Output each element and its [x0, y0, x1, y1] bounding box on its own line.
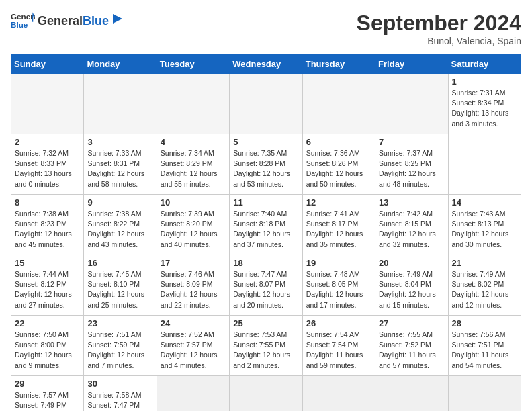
day-number: 19: [306, 258, 371, 268]
logo-arrow-icon: [110, 13, 122, 25]
calendar-cell: 17 Sunrise: 7:46 AMSunset: 8:09 PMDaylig…: [157, 255, 229, 316]
calendar-cell: [230, 376, 302, 412]
calendar-table: Sunday Monday Tuesday Wednesday Thursday…: [11, 54, 521, 411]
calendar-cell: 26 Sunrise: 7:54 AMSunset: 7:54 PMDaylig…: [302, 316, 375, 376]
day-number: 9: [87, 197, 152, 208]
day-info: Sunrise: 7:53 AMSunset: 7:55 PMDaylight:…: [233, 330, 298, 371]
calendar-cell: [157, 376, 229, 412]
location: Bunol, Valencia, Spain: [357, 36, 521, 46]
calendar-cell: 9 Sunrise: 7:38 AMSunset: 8:22 PMDayligh…: [84, 195, 157, 255]
day-number: 25: [233, 318, 298, 328]
day-number: 5: [233, 137, 298, 147]
col-wednesday: Wednesday: [230, 55, 302, 74]
svg-text:Blue: Blue: [11, 20, 28, 29]
calendar-cell: 7 Sunrise: 7:37 AMSunset: 8:25 PMDayligh…: [375, 134, 448, 195]
week-row: 22 Sunrise: 7:50 AMSunset: 8:00 PMDaylig…: [11, 316, 521, 376]
calendar-cell: 27 Sunrise: 7:55 AMSunset: 7:52 PMDaylig…: [375, 316, 448, 376]
day-number: 30: [87, 379, 152, 389]
day-number: 20: [379, 258, 444, 268]
week-row: 2 Sunrise: 7:32 AMSunset: 8:33 PMDayligh…: [11, 134, 521, 195]
week-row: 29 Sunrise: 7:57 AMSunset: 7:49 PMDaylig…: [11, 376, 521, 412]
header-row: Sunday Monday Tuesday Wednesday Thursday…: [11, 55, 521, 74]
day-info: Sunrise: 7:33 AMSunset: 8:31 PMDaylight:…: [87, 148, 152, 189]
logo-blue: Blue: [83, 14, 109, 28]
day-number: 6: [306, 137, 371, 147]
calendar-cell: 28 Sunrise: 7:56 AMSunset: 7:51 PMDaylig…: [448, 316, 521, 376]
day-number: 12: [306, 197, 371, 208]
day-number: 21: [452, 258, 517, 268]
day-info: Sunrise: 7:54 AMSunset: 7:54 PMDaylight:…: [306, 330, 371, 371]
calendar-cell: 23 Sunrise: 7:51 AMSunset: 7:59 PMDaylig…: [84, 316, 157, 376]
day-info: Sunrise: 7:42 AMSunset: 8:15 PMDaylight:…: [379, 209, 444, 250]
calendar-cell: [448, 376, 521, 412]
calendar-cell: [375, 74, 448, 134]
day-info: Sunrise: 7:46 AMSunset: 8:09 PMDaylight:…: [161, 269, 226, 310]
day-info: Sunrise: 7:36 AMSunset: 8:26 PMDaylight:…: [306, 148, 371, 189]
day-info: Sunrise: 7:45 AMSunset: 8:10 PMDaylight:…: [87, 269, 152, 310]
day-number: 7: [379, 137, 444, 147]
week-row: 15 Sunrise: 7:44 AMSunset: 8:12 PMDaylig…: [11, 255, 521, 316]
day-number: 11: [233, 197, 298, 208]
col-sunday: Sunday: [11, 55, 84, 74]
calendar-cell: 15 Sunrise: 7:44 AMSunset: 8:12 PMDaylig…: [11, 255, 84, 316]
calendar-cell: 18 Sunrise: 7:47 AMSunset: 8:07 PMDaylig…: [230, 255, 302, 316]
day-number: 27: [379, 318, 444, 328]
calendar-cell: 24 Sunrise: 7:52 AMSunset: 7:57 PMDaylig…: [157, 316, 229, 376]
day-info: Sunrise: 7:56 AMSunset: 7:51 PMDaylight:…: [452, 330, 517, 371]
day-number: 26: [306, 318, 371, 328]
calendar-cell: 10 Sunrise: 7:39 AMSunset: 8:20 PMDaylig…: [157, 195, 229, 255]
day-number: 15: [15, 258, 80, 268]
day-info: Sunrise: 7:34 AMSunset: 8:29 PMDaylight:…: [161, 148, 226, 189]
day-info: Sunrise: 7:32 AMSunset: 8:33 PMDaylight:…: [15, 148, 80, 189]
week-row: 1 Sunrise: 7:31 AMSunset: 8:34 PMDayligh…: [11, 74, 521, 134]
calendar-cell: [302, 376, 375, 412]
page-header: General Blue General Blue September 2024…: [11, 11, 521, 46]
day-number: 4: [161, 137, 226, 147]
day-info: Sunrise: 7:43 AMSunset: 8:13 PMDaylight:…: [452, 209, 517, 250]
day-info: Sunrise: 7:49 AMSunset: 8:04 PMDaylight:…: [379, 269, 444, 310]
calendar-cell: 11 Sunrise: 7:40 AMSunset: 8:18 PMDaylig…: [230, 195, 302, 255]
day-number: 29: [15, 379, 80, 389]
calendar-cell: 29 Sunrise: 7:57 AMSunset: 7:49 PMDaylig…: [11, 376, 84, 412]
calendar-cell: 8 Sunrise: 7:38 AMSunset: 8:23 PMDayligh…: [11, 195, 84, 255]
col-saturday: Saturday: [448, 55, 521, 74]
day-info: Sunrise: 7:50 AMSunset: 8:00 PMDaylight:…: [15, 330, 80, 371]
calendar-cell: 12 Sunrise: 7:41 AMSunset: 8:17 PMDaylig…: [302, 195, 375, 255]
day-info: Sunrise: 7:49 AMSunset: 8:02 PMDaylight:…: [452, 269, 517, 310]
day-info: Sunrise: 7:38 AMSunset: 8:22 PMDaylight:…: [87, 209, 152, 250]
day-info: Sunrise: 7:40 AMSunset: 8:18 PMDaylight:…: [233, 209, 298, 250]
calendar-cell: 22 Sunrise: 7:50 AMSunset: 8:00 PMDaylig…: [11, 316, 84, 376]
day-number: 1: [452, 77, 517, 87]
calendar-cell: 1 Sunrise: 7:31 AMSunset: 8:34 PMDayligh…: [448, 74, 521, 134]
day-info: Sunrise: 7:52 AMSunset: 7:57 PMDaylight:…: [161, 330, 226, 371]
day-info: Sunrise: 7:55 AMSunset: 7:52 PMDaylight:…: [379, 330, 444, 371]
week-row: 8 Sunrise: 7:38 AMSunset: 8:23 PMDayligh…: [11, 195, 521, 255]
day-number: 3: [87, 137, 152, 147]
day-number: 18: [233, 258, 298, 268]
svg-marker-4: [113, 14, 122, 24]
day-number: 10: [161, 197, 226, 208]
day-info: Sunrise: 7:57 AMSunset: 7:49 PMDaylight:…: [15, 390, 80, 411]
col-monday: Monday: [84, 55, 157, 74]
calendar-cell: [302, 74, 375, 134]
calendar-cell: [157, 74, 229, 134]
day-number: 17: [161, 258, 226, 268]
day-info: Sunrise: 7:48 AMSunset: 8:05 PMDaylight:…: [306, 269, 371, 310]
calendar-cell: 16 Sunrise: 7:45 AMSunset: 8:10 PMDaylig…: [84, 255, 157, 316]
calendar-cell: 5 Sunrise: 7:35 AMSunset: 8:28 PMDayligh…: [230, 134, 302, 195]
calendar-cell: 2 Sunrise: 7:32 AMSunset: 8:33 PMDayligh…: [11, 134, 84, 195]
day-info: Sunrise: 7:35 AMSunset: 8:28 PMDaylight:…: [233, 148, 298, 189]
calendar-cell: 20 Sunrise: 7:49 AMSunset: 8:04 PMDaylig…: [375, 255, 448, 316]
calendar-cell: 25 Sunrise: 7:53 AMSunset: 7:55 PMDaylig…: [230, 316, 302, 376]
day-info: Sunrise: 7:44 AMSunset: 8:12 PMDaylight:…: [15, 269, 80, 310]
day-info: Sunrise: 7:51 AMSunset: 7:59 PMDaylight:…: [87, 330, 152, 371]
calendar-cell: 3 Sunrise: 7:33 AMSunset: 8:31 PMDayligh…: [84, 134, 157, 195]
calendar-cell: [84, 74, 157, 134]
month-title: September 2024: [357, 11, 521, 36]
logo-general: General: [38, 14, 83, 28]
day-info: Sunrise: 7:31 AMSunset: 8:34 PMDaylight:…: [452, 88, 517, 129]
calendar-cell: 30 Sunrise: 7:58 AMSunset: 7:47 PMDaylig…: [84, 376, 157, 412]
day-number: 24: [161, 318, 226, 328]
day-info: Sunrise: 7:41 AMSunset: 8:17 PMDaylight:…: [306, 209, 371, 250]
day-number: 28: [452, 318, 517, 328]
